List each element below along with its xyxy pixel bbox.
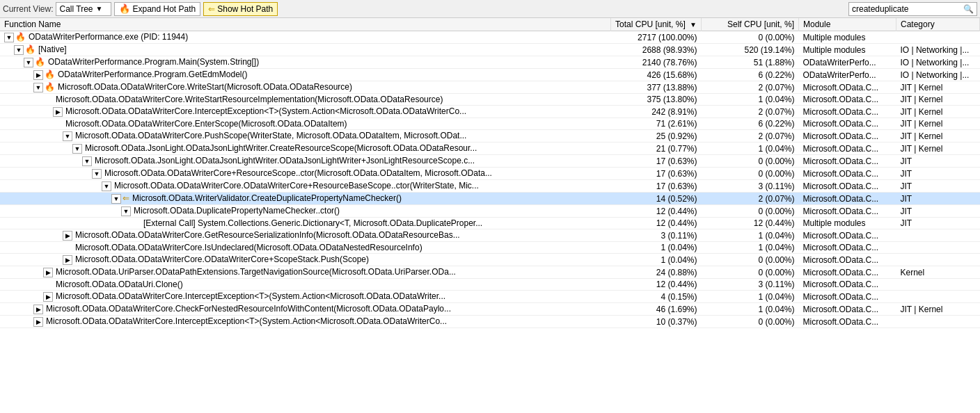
func-cell: ▼Microsoft.OData.ODataWriterCore+Resourc… — [0, 168, 611, 180]
table-row[interactable]: Microsoft.OData.ODataUri.Clone()12 (0.44… — [0, 279, 980, 291]
table-row[interactable]: ▶🔥ODataWriterPerformance.Program.GetEdmM… — [0, 69, 980, 81]
collapse-button[interactable]: ▼ — [82, 156, 92, 166]
table-row[interactable]: ▼Microsoft.OData.DuplicatePropertyNameCh… — [0, 205, 980, 218]
func-cell: ▶🔥ODataWriterPerformance.Program.GetEdmM… — [0, 69, 611, 81]
module: Multiple modules — [799, 218, 896, 229]
category: IO | Networking |... — [896, 44, 980, 56]
flame-icon: 🔥 — [45, 70, 55, 79]
current-view-label: Current View: — [3, 4, 53, 14]
col-header-module[interactable]: Module — [799, 18, 896, 31]
category: JIT — [896, 155, 980, 168]
total-cpu: 14 (0.52%) — [611, 193, 702, 205]
expand-button[interactable]: ▶ — [33, 317, 43, 327]
func-cell: ▼Microsoft.OData.ODataWriterCore.PushSco… — [0, 130, 611, 143]
expand-button[interactable]: ▶ — [33, 70, 43, 80]
col-header-self[interactable]: Self CPU [unit, %] — [702, 18, 799, 31]
flame-icon: 🔥 — [35, 57, 45, 67]
func-cell: Microsoft.OData.ODataUri.Clone() — [0, 279, 611, 291]
category: IO | Networking |... — [896, 56, 980, 69]
collapse-button[interactable]: ▼ — [72, 144, 82, 154]
collapse-button[interactable]: ▼ — [4, 33, 14, 42]
collapse-button[interactable]: ▼ — [92, 169, 102, 179]
table-row[interactable]: ▼Microsoft.OData.ODataWriterCore.PushSco… — [0, 130, 980, 143]
func-cell: ▼⇐Microsoft.OData.WriterValidator.Create… — [0, 193, 611, 205]
function-name: Microsoft.OData.DuplicatePropertyNameChe… — [134, 206, 340, 216]
table-row[interactable]: ▼🔥ODataWriterPerformance.Program.Main(Sy… — [0, 56, 980, 69]
self-cpu: 1 (0.04%) — [702, 229, 799, 242]
total-cpu: 2717 (100.00%) — [611, 31, 702, 44]
show-hot-path-button[interactable]: ⇐ Show Hot Path — [203, 2, 278, 16]
search-box[interactable]: 🔍 — [848, 2, 977, 16]
col-header-func[interactable]: Function Name — [0, 18, 611, 31]
total-cpu: 426 (15.68%) — [611, 69, 702, 81]
self-cpu: 1 (0.04%) — [702, 242, 799, 254]
flame-icon: 🔥 — [45, 82, 55, 92]
table-row[interactable]: Microsoft.OData.ODataWriterCore.IsUndecl… — [0, 242, 980, 254]
collapse-button[interactable]: ▼ — [121, 206, 131, 216]
total-cpu: 242 (8.91%) — [611, 106, 702, 118]
collapse-button[interactable]: ▼ — [24, 58, 33, 67]
func-cell: Microsoft.OData.ODataWriterCore.IsUndecl… — [0, 242, 611, 254]
collapse-button[interactable]: ▼ — [14, 45, 24, 55]
total-cpu: 24 (0.88%) — [611, 266, 702, 279]
total-cpu: 12 (0.44%) — [611, 218, 702, 229]
expand-button[interactable]: ▶ — [43, 292, 53, 302]
function-name: Microsoft.OData.ODataWriterCore.Intercep… — [65, 106, 466, 116]
table-row[interactable]: [External Call] System.Collections.Gener… — [0, 218, 980, 229]
module: Microsoft.OData.C... — [799, 291, 896, 303]
self-cpu: 2 (0.07%) — [702, 106, 799, 118]
toolbar: Current View: Call Tree ▼ 🔥 Expand Hot P… — [0, 0, 980, 18]
category: JIT | Kernel — [896, 106, 980, 118]
collapse-button[interactable]: ▼ — [102, 181, 111, 191]
table-row[interactable]: ▶Microsoft.OData.ODataWriterCore.GetReso… — [0, 229, 980, 242]
table-row[interactable]: ▶Microsoft.OData.ODataWriterCore.CheckFo… — [0, 303, 980, 316]
collapse-button[interactable]: ▼ — [111, 194, 121, 204]
category: Kernel — [896, 266, 980, 279]
expand-button[interactable]: ▶ — [53, 107, 63, 117]
function-name: [External Call] System.Collections.Gener… — [143, 218, 482, 228]
total-cpu: 4 (0.15%) — [611, 291, 702, 303]
function-name: Microsoft.OData.ODataWriterCore.ODataWri… — [114, 181, 479, 191]
table-row[interactable]: ▶Microsoft.OData.ODataWriterCore.ODataWr… — [0, 254, 980, 266]
expand-button[interactable]: ▶ — [33, 305, 43, 314]
table-row[interactable]: ▼Microsoft.OData.ODataWriterCore.ODataWr… — [0, 180, 980, 193]
self-cpu: 0 (0.00%) — [702, 168, 799, 180]
collapse-button[interactable]: ▼ — [63, 131, 72, 141]
table-row[interactable]: ▼Microsoft.OData.JsonLight.ODataJsonLigh… — [0, 143, 980, 155]
search-input[interactable] — [852, 4, 963, 14]
function-name: Microsoft.OData.ODataWriterCore+Resource… — [104, 168, 492, 178]
collapse-button[interactable]: ▼ — [33, 83, 43, 92]
module: Microsoft.OData.C... — [799, 143, 896, 155]
total-cpu: 3 (0.11%) — [611, 229, 702, 242]
func-cell: ▼Microsoft.OData.ODataWriterCore.ODataWr… — [0, 180, 611, 193]
module: Microsoft.OData.C... — [799, 193, 896, 205]
col-header-total[interactable]: Total CPU [unit, %] ▼ — [611, 18, 702, 31]
table-row[interactable]: ▼⇐Microsoft.OData.WriterValidator.Create… — [0, 193, 980, 205]
table-row[interactable]: ▼Microsoft.OData.ODataWriterCore+Resourc… — [0, 168, 980, 180]
module: Microsoft.OData.C... — [799, 180, 896, 193]
total-cpu: 25 (0.92%) — [611, 130, 702, 143]
func-cell: Microsoft.OData.ODataWriterCore.EnterSco… — [0, 118, 611, 130]
total-cpu: 46 (1.69%) — [611, 303, 702, 316]
table-row[interactable]: ▼Microsoft.OData.JsonLight.ODataJsonLigh… — [0, 155, 980, 168]
view-dropdown[interactable]: Call Tree ▼ — [56, 2, 111, 16]
function-name: Microsoft.OData.ODataWriterCore.CheckFor… — [46, 304, 451, 314]
category: JIT | Kernel — [896, 143, 980, 155]
table-row[interactable]: ▼🔥ODataWriterPerformance.exe (PID: 11944… — [0, 31, 980, 44]
module: Multiple modules — [799, 44, 896, 56]
expand-button[interactable]: ▶ — [63, 231, 72, 241]
table-row[interactable]: Microsoft.OData.ODataWriterCore.EnterSco… — [0, 118, 980, 130]
table-row[interactable]: ▼🔥[Native]2688 (98.93%)520 (19.14%)Multi… — [0, 44, 980, 56]
expand-hot-path-button[interactable]: 🔥 Expand Hot Path — [114, 2, 200, 16]
expand-button[interactable]: ▶ — [43, 268, 53, 277]
table-row[interactable]: ▼🔥Microsoft.OData.ODataWriterCore.WriteS… — [0, 81, 980, 94]
self-cpu: 1 (0.04%) — [702, 143, 799, 155]
table-row[interactable]: ▶Microsoft.OData.ODataWriterCore.Interce… — [0, 316, 980, 328]
table-row[interactable]: ▶Microsoft.OData.UriParser.ODataPathExte… — [0, 266, 980, 279]
expand-button[interactable]: ▶ — [63, 255, 72, 265]
table-row[interactable]: ▶Microsoft.OData.ODataWriterCore.Interce… — [0, 106, 980, 118]
table-row[interactable]: ▶Microsoft.OData.ODataWriterCore.Interce… — [0, 291, 980, 303]
col-header-category[interactable]: Category — [896, 18, 980, 31]
total-cpu: 17 (0.63%) — [611, 168, 702, 180]
table-row[interactable]: Microsoft.OData.ODataWriterCore.WriteSta… — [0, 94, 980, 106]
